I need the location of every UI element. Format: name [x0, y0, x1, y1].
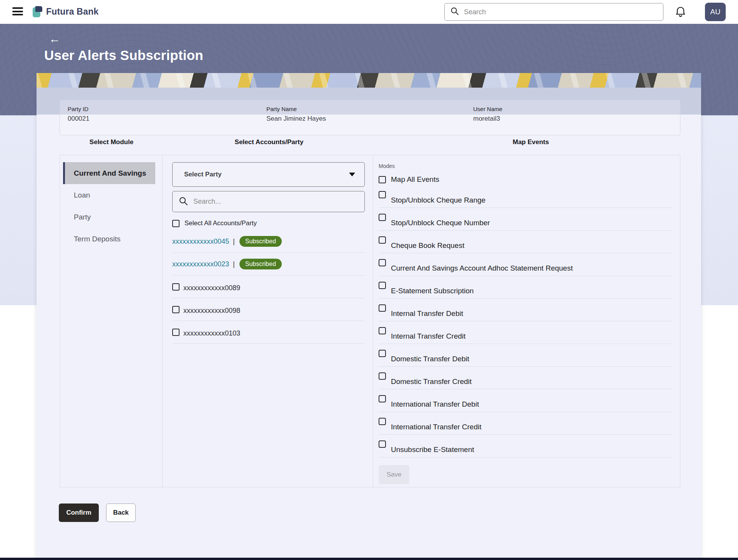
event-label: Domestic Transfer Credit	[391, 376, 472, 387]
select-party-dropdown[interactable]: Select Party	[172, 162, 365, 187]
account-number-link[interactable]: xxxxxxxxxxxx0023	[172, 260, 229, 268]
event-row-stop-unblock-cheque-range[interactable]: Stop/Unblock Cheque Range	[379, 185, 672, 208]
hamburger-menu-icon[interactable]	[12, 7, 23, 15]
event-row-international-transfer-debit[interactable]: International Transfer Debit	[379, 389, 672, 412]
modes-label: Modes	[379, 163, 672, 169]
party-id-field: Party ID 000021	[68, 100, 90, 123]
checkbox[interactable]	[379, 418, 386, 425]
checkbox[interactable]	[172, 329, 180, 336]
search-icon	[450, 7, 459, 17]
back-arrow-icon[interactable]: ←	[49, 33, 60, 45]
checkbox[interactable]	[379, 372, 386, 380]
checkbox[interactable]	[379, 191, 386, 198]
account-row[interactable]: xxxxxxxxxxxx0098	[172, 298, 365, 321]
select-all-accounts-row[interactable]: Select All Accounts/Party	[172, 219, 365, 227]
checkbox[interactable]	[379, 176, 386, 183]
account-row[interactable]: xxxxxxxxxxxx0103	[172, 321, 365, 344]
event-label: International Transfer Credit	[391, 421, 482, 433]
event-row-current-and-savings-account-adhoc-statement-request[interactable]: Current And Savings Account Adhoc Statem…	[379, 253, 672, 276]
module-item-party[interactable]: Party	[60, 206, 162, 228]
event-row-content: Internal Transfer Credit	[379, 321, 672, 338]
checkbox[interactable]	[379, 350, 386, 357]
party-info-box: Party ID 000021 Party Name Sean Jiminez …	[60, 100, 680, 135]
page-title: User Alerts Subscription	[44, 48, 203, 63]
event-label: E-Statement Subscription	[391, 285, 474, 297]
event-row-stop-unblock-cheque-number[interactable]: Stop/Unblock Cheque Number	[379, 208, 672, 231]
futura-bank-logo-icon	[32, 6, 43, 19]
party-name-label: Party Name	[266, 106, 326, 112]
global-search[interactable]	[444, 3, 663, 21]
checkbox[interactable]	[379, 304, 386, 312]
party-name-value: Sean Jiminez Hayes	[266, 115, 326, 123]
event-label: Internal Transfer Debit	[391, 308, 463, 319]
separator: |	[233, 260, 235, 268]
top-bar: Futura Bank AU	[0, 0, 738, 24]
checkbox[interactable]	[379, 282, 386, 289]
user-avatar[interactable]: AU	[705, 3, 726, 21]
account-row[interactable]: xxxxxxxxxxxx0089	[172, 276, 365, 298]
event-row-unsubscribe-e-statement[interactable]: Unsubscribe E-Statement	[379, 435, 672, 457]
event-row-internal-transfer-credit[interactable]: Internal Transfer Credit	[379, 321, 672, 344]
module-list: Current And SavingsLoanPartyTerm Deposit…	[60, 155, 163, 487]
event-label: Internal Transfer Credit	[391, 331, 465, 342]
back-button[interactable]: Back	[106, 504, 136, 522]
checkbox[interactable]	[379, 327, 386, 334]
decorative-art-strip	[37, 73, 701, 88]
event-label: Unsubscribe E-Statement	[391, 444, 474, 455]
map-all-events-row[interactable]: Map All Events	[379, 174, 672, 185]
event-label: Stop/Unblock Cheque Number	[391, 217, 490, 229]
account-number-link[interactable]: xxxxxxxxxxxx0045	[172, 238, 229, 246]
brand-name: Futura Bank	[46, 7, 98, 17]
event-row-content: Unsubscribe E-Statement	[379, 435, 672, 451]
event-row-domestic-transfer-debit[interactable]: Domestic Transfer Debit	[379, 344, 672, 367]
event-row-content: Stop/Unblock Cheque Range	[379, 185, 672, 202]
event-row-international-transfer-credit[interactable]: International Transfer Credit	[379, 412, 672, 435]
event-row-content: Domestic Transfer Credit	[379, 367, 672, 383]
select-accounts-party-header: Select Accounts/Party	[235, 138, 304, 146]
notifications-bell-icon[interactable]	[675, 6, 686, 19]
account-number-label: xxxxxxxxxxxx0098	[183, 307, 240, 315]
map-all-events-label: Map All Events	[391, 175, 439, 184]
module-item-current-and-savings[interactable]: Current And Savings	[63, 162, 155, 184]
account-row[interactable]: xxxxxxxxxxxx0023|Subscribed	[172, 253, 365, 276]
search-icon	[179, 196, 188, 207]
chevron-down-icon	[349, 173, 355, 176]
account-number-label: xxxxxxxxxxxx0103	[183, 329, 240, 337]
accounts-search-input[interactable]	[193, 197, 358, 206]
save-button[interactable]: Save	[379, 465, 409, 484]
separator: |	[233, 238, 235, 246]
checkbox[interactable]	[379, 395, 386, 402]
module-item-term-deposits[interactable]: Term Deposits	[60, 228, 162, 250]
select-module-header: Select Module	[90, 138, 133, 146]
checkbox[interactable]	[379, 236, 386, 244]
accounts-search[interactable]	[172, 191, 365, 212]
checkbox[interactable]	[379, 440, 386, 448]
checkbox[interactable]	[379, 214, 386, 221]
party-id-label: Party ID	[68, 106, 90, 112]
events-column: Modes Map All Events Stop/Unblock Cheque…	[373, 155, 680, 487]
checkbox[interactable]	[379, 259, 386, 266]
module-item-loan[interactable]: Loan	[60, 184, 162, 206]
confirm-button[interactable]: Confirm	[59, 504, 99, 522]
event-row-domestic-transfer-credit[interactable]: Domestic Transfer Credit	[379, 367, 672, 389]
user-name-label: User Name	[473, 106, 502, 112]
checkbox[interactable]	[172, 283, 180, 291]
account-row[interactable]: xxxxxxxxxxxx0045|Subscribed	[172, 230, 365, 253]
checkbox[interactable]	[172, 306, 180, 313]
event-row-content: Cheque Book Request	[379, 231, 672, 247]
select-all-label: Select All Accounts/Party	[184, 219, 257, 227]
party-id-value: 000021	[68, 115, 90, 123]
checkbox[interactable]	[172, 220, 180, 227]
select-party-label: Select Party	[184, 171, 349, 178]
event-label: Domestic Transfer Debit	[391, 353, 469, 365]
user-name-value: moretail3	[473, 115, 502, 123]
event-row-content: International Transfer Credit	[379, 412, 672, 429]
party-name-field: Party Name Sean Jiminez Hayes	[266, 100, 326, 123]
event-row-e-statement-subscription[interactable]: E-Statement Subscription	[379, 276, 672, 299]
event-row-cheque-book-request[interactable]: Cheque Book Request	[379, 231, 672, 253]
event-row-internal-transfer-debit[interactable]: Internal Transfer Debit	[379, 299, 672, 321]
global-search-input[interactable]	[463, 8, 657, 17]
accounts-column: Select Party Select All Accounts/Party x…	[163, 155, 373, 487]
event-label: Current And Savings Account Adhoc Statem…	[391, 263, 573, 274]
event-row-content: Stop/Unblock Cheque Number	[379, 208, 672, 224]
